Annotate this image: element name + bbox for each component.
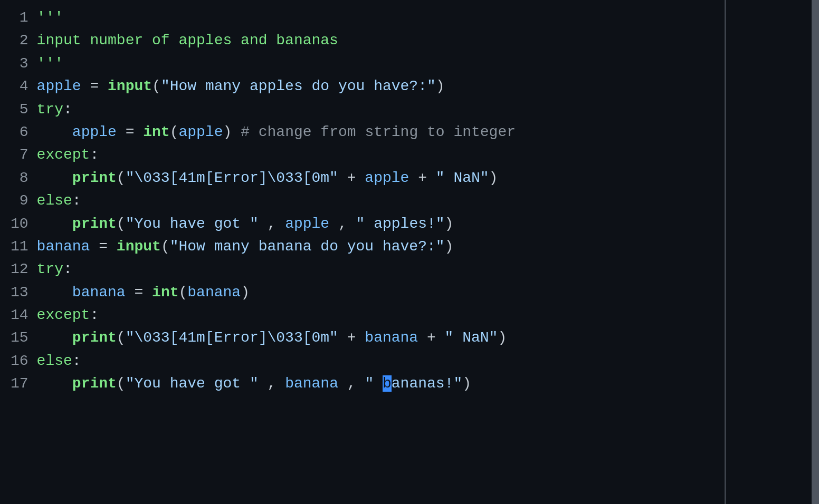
code-line-17: print("You have got " , banana , " banan… [37,372,819,395]
scrollbar-indicator[interactable] [812,0,819,504]
line-num-17: 17 [11,372,28,395]
code-line-13: banana = int(banana) [37,281,819,304]
scrollbar-thumb[interactable] [812,0,819,504]
code-line-1: ''' [37,6,819,29]
line-num-8: 8 [11,167,28,189]
line-num-10: 10 [11,212,28,235]
column-ruler [725,0,726,504]
code-line-8: print("\033[41m[Error]\033[0m" + apple +… [37,167,819,189]
line-num-1: 1 [11,6,28,29]
line-num-14: 14 [11,304,28,326]
line-num-6: 6 [11,121,28,143]
line-num-7: 7 [11,143,28,166]
line-num-5: 5 [11,98,28,121]
code-line-11: banana = input("How many banana do you h… [37,235,819,258]
code-line-6: apple = int(apple) # change from string … [37,121,819,143]
line-num-16: 16 [11,350,28,372]
line-num-2: 2 [11,29,28,52]
line-num-15: 15 [11,326,28,349]
line-numbers: 1 2 3 4 5 6 7 8 9 10 11 12 13 14 15 16 1… [0,0,37,504]
line-num-13: 13 [11,281,28,304]
code-line-14: except: [37,304,819,326]
line-num-9: 9 [11,189,28,212]
line-num-12: 12 [11,258,28,280]
line-num-11: 11 [11,235,28,258]
code-line-10: print("You have got " , apple , " apples… [37,212,819,235]
code-line-9: else: [37,189,819,212]
code-line-2: input number of apples and bananas [37,29,819,52]
code-line-4: apple = input("How many apples do you ha… [37,75,819,98]
code-line-5: try: [37,98,819,121]
line-num-3: 3 [11,52,28,75]
code-line-15: print("\033[41m[Error]\033[0m" + banana … [37,326,819,349]
code-line-16: else: [37,350,819,372]
code-line-3: ''' [37,52,819,75]
code-line-7: except: [37,143,819,166]
code-content[interactable]: ''' input number of apples and bananas '… [37,0,819,504]
line-num-4: 4 [11,75,28,98]
code-line-12: try: [37,258,819,280]
code-editor[interactable]: 1 2 3 4 5 6 7 8 9 10 11 12 13 14 15 16 1… [0,0,819,504]
cursor-position: b [383,375,392,392]
